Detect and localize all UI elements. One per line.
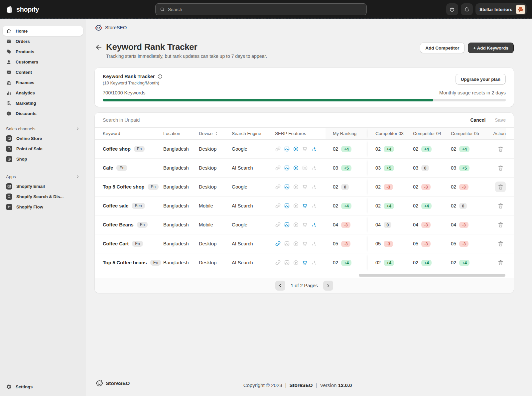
delete-keyword-button[interactable]	[495, 219, 506, 230]
action-cell	[481, 140, 506, 158]
usage-card: Keyword Rank Tracker (10 Keyword Trackin…	[95, 68, 514, 107]
sidebar-item-home[interactable]: Home	[3, 26, 83, 36]
keyword-table-card: Search in Unpaid Cancel Save KeywordLoca…	[95, 113, 514, 293]
trash-icon	[497, 241, 504, 247]
sidebar-item-shopify-email[interactable]: Shopify Email	[3, 181, 83, 191]
device-cell: Mobile	[199, 215, 232, 234]
search-placeholder: Search	[168, 7, 182, 12]
topbar: shopify Search Stellar Interiors	[0, 0, 532, 19]
table-row: CafeEnBangladeshDesktopAI Search03+503+5…	[95, 159, 514, 178]
back-button[interactable]	[95, 43, 103, 51]
add-keywords-button[interactable]: + Add Keywords	[468, 43, 514, 53]
serp-features-cell	[275, 178, 326, 196]
serp-features-cell	[275, 140, 326, 158]
location-cell: Bangladesh	[163, 215, 199, 234]
table-search-input[interactable]: Search in Unpaid	[103, 117, 470, 123]
sidebar-item-finances[interactable]: Finances	[3, 77, 83, 87]
column-header-device[interactable]: Device	[199, 128, 232, 139]
language-badge: En	[116, 165, 127, 171]
sidebar-item-analytics[interactable]: Analytics	[3, 88, 83, 98]
device-cell: Desktop	[199, 253, 232, 272]
delete-keyword-button[interactable]	[495, 200, 506, 211]
notifications-button[interactable]	[461, 3, 473, 15]
info-icon[interactable]	[157, 74, 163, 79]
store-avatar	[516, 5, 525, 14]
trash-icon	[497, 146, 504, 152]
sidebar-item-point-of-sale[interactable]: Point of Sale	[3, 144, 83, 154]
sidebar-item-content[interactable]: Content	[3, 67, 83, 77]
breadcrumb-app-name[interactable]: StoreSEO	[105, 25, 127, 30]
usage-progress-bar	[103, 99, 506, 101]
scrollbar-thumb[interactable]	[359, 274, 505, 277]
sidekick-button[interactable]	[446, 3, 458, 15]
table-row: Coffee CartEnBangladeshDesktopAI Search0…	[95, 234, 514, 253]
serp-sparkle-icon	[311, 260, 317, 266]
competitor-04-cell: 02+4	[406, 140, 444, 158]
delete-keyword-button[interactable]	[495, 257, 506, 268]
sidebar-item-customers[interactable]: Customers	[3, 57, 83, 67]
store-menu[interactable]: Stellar Interiors	[475, 3, 527, 15]
delete-keyword-button[interactable]	[495, 238, 506, 249]
pos-icon	[6, 146, 12, 152]
sidebar-item-shopify-flow[interactable]: Shopify Flow	[3, 202, 83, 212]
sidebar-item-settings[interactable]: Settings	[3, 382, 83, 392]
footer-copyright: Copyright © 2023|StoreSEO|Version 12.0.0	[95, 382, 500, 388]
my-ranking-cell: 04-3	[326, 215, 368, 234]
serp-image-icon	[284, 260, 290, 266]
pagination: 1 of 2 Pages	[95, 278, 514, 293]
page-subtitle: Tracking starts immediately, but rank up…	[106, 54, 267, 59]
cancel-button[interactable]: Cancel	[470, 117, 485, 123]
usage-limit-note: (10 Keyword Tracking/Month)	[103, 80, 439, 85]
competitor-05-cell: 05-3	[444, 234, 481, 253]
sidebar-item-products[interactable]: Products	[3, 47, 83, 57]
prev-page-button[interactable]	[275, 281, 285, 291]
search-engine-cell: AI Search	[232, 197, 275, 215]
serp-video-icon	[293, 165, 299, 171]
global-search-input[interactable]: Search	[155, 3, 367, 15]
section-sales-channels[interactable]: Sales channels	[3, 124, 83, 133]
my-ranking-cell: 05-3	[326, 234, 368, 253]
section-apps[interactable]: Apps	[3, 172, 83, 181]
serp-features-cell	[275, 234, 326, 253]
my-ranking-cell: 020	[326, 178, 368, 196]
serp-image-icon	[284, 165, 290, 171]
sidebar-item-shopify-search-dis[interactable]: Shopify Search & Dis...	[3, 192, 83, 201]
my-ranking-cell: 03+5	[326, 159, 368, 177]
keyword-text: Coffee sale	[103, 203, 128, 208]
sidebar: HomeOrdersProductsCustomersContentFinanc…	[0, 19, 86, 396]
delete-keyword-button[interactable]	[495, 182, 506, 192]
add-competitor-button[interactable]: Add Competitor	[420, 43, 465, 53]
serp-link-icon	[275, 241, 281, 247]
sidebar-item-discounts[interactable]: Discounts	[3, 108, 83, 118]
keyword-text: Top 5 Coffee shop	[103, 184, 144, 190]
delete-keyword-button[interactable]	[495, 163, 506, 173]
next-page-button[interactable]	[323, 281, 333, 291]
upgrade-plan-button[interactable]: Upgrade your plan	[456, 74, 506, 84]
serp-image-icon	[284, 241, 290, 247]
device-cell: Mobile	[199, 197, 232, 215]
search-app-icon	[6, 194, 12, 200]
usage-progress-fill	[103, 99, 433, 101]
serp-image-icon	[284, 146, 290, 152]
serp-video-icon	[293, 222, 299, 228]
column-header-serp-features: SERP Features	[275, 128, 326, 139]
serp-sparkle-icon	[311, 241, 317, 247]
keyword-text: Coffee shop	[103, 146, 131, 152]
chev-right-icon	[75, 175, 80, 179]
language-badge: En	[137, 222, 148, 228]
serp-link-icon	[275, 222, 281, 228]
sidebar-item-marketing[interactable]: Marketing	[3, 98, 83, 108]
competitor-04-cell: 030	[406, 159, 444, 177]
sidebar-item-online-store[interactable]: Online Store	[3, 133, 83, 143]
serp-features-cell	[275, 253, 326, 272]
sidebar-item-shop[interactable]: Shop	[3, 154, 83, 164]
save-button[interactable]: Save	[495, 117, 506, 123]
table-row: Top 5 Coffee beansEnBangladeshDesktopAI …	[95, 253, 514, 272]
delete-keyword-button[interactable]	[495, 144, 506, 154]
content-icon	[6, 69, 12, 75]
sort-icon	[214, 131, 218, 136]
shopify-logo[interactable]: shopify	[5, 5, 88, 14]
search-engine-cell: AI Search	[232, 159, 275, 177]
sidebar-item-orders[interactable]: Orders	[3, 36, 83, 46]
table-row: Top 5 Coffee shopEnBangladeshDesktopGoog…	[95, 178, 514, 197]
